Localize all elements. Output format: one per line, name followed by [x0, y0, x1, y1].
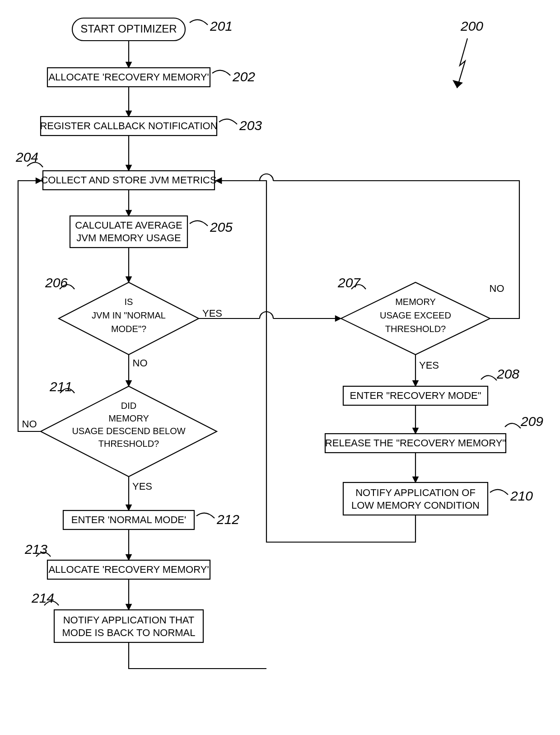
edge-206-yes: YES: [199, 308, 341, 319]
svg-text:MODE"?: MODE"?: [111, 324, 146, 334]
svg-text:REGISTER CALLBACK NOTIFICATION: REGISTER CALLBACK NOTIFICATION: [40, 120, 217, 131]
svg-text:NO: NO: [133, 357, 148, 369]
node-208: ENTER "RECOVERY MODE" 208: [343, 366, 519, 405]
edge-211-no: NO: [18, 181, 42, 431]
node-206-decision: IS JVM IN "NORMAL MODE"? 206: [45, 275, 199, 355]
svg-text:MODE IS BACK TO NORMAL: MODE IS BACK TO NORMAL: [62, 627, 195, 638]
svg-text:207: 207: [337, 275, 361, 290]
edge-207-yes: YES: [415, 355, 439, 386]
svg-text:YES: YES: [132, 481, 152, 492]
svg-text:ALLOCATE 'RECOVERY MEMORY': ALLOCATE 'RECOVERY MEMORY': [48, 71, 209, 83]
svg-text:202: 202: [232, 69, 255, 84]
node-207-decision: MEMORY USAGE EXCEED THRESHOLD? 207: [337, 275, 490, 355]
svg-text:JVM MEMORY USAGE: JVM MEMORY USAGE: [76, 232, 181, 243]
svg-text:THRESHOLD?: THRESHOLD?: [98, 439, 159, 449]
node-203: REGISTER CALLBACK NOTIFICATION 203: [40, 117, 262, 136]
svg-text:200: 200: [460, 19, 483, 33]
svg-text:NOTIFY APPLICATION THAT: NOTIFY APPLICATION THAT: [63, 614, 195, 626]
svg-text:YES: YES: [419, 360, 439, 371]
svg-text:YES: YES: [202, 308, 222, 319]
edge-207-no: NO: [216, 174, 519, 318]
svg-text:JVM IN "NORMAL: JVM IN "NORMAL: [92, 310, 166, 320]
svg-text:START OPTIMIZER: START OPTIMIZER: [80, 23, 177, 35]
svg-text:206: 206: [45, 275, 68, 290]
svg-text:201: 201: [210, 19, 233, 33]
svg-text:204: 204: [15, 150, 38, 164]
node-213: ALLOCATE 'RECOVERY MEMORY' 213: [24, 542, 210, 579]
svg-text:NO: NO: [22, 418, 37, 430]
svg-text:ENTER "RECOVERY MODE": ENTER "RECOVERY MODE": [350, 390, 481, 401]
svg-text:IS: IS: [125, 297, 133, 307]
node-209: RELEASE THE "RECOVERY MEMORY" 209: [325, 414, 544, 453]
svg-text:THRESHOLD?: THRESHOLD?: [385, 324, 446, 334]
svg-text:ALLOCATE 'RECOVERY MEMORY': ALLOCATE 'RECOVERY MEMORY': [48, 564, 209, 575]
node-202: ALLOCATE 'RECOVERY MEMORY' 202: [47, 68, 255, 87]
svg-text:213: 213: [24, 542, 47, 557]
svg-text:NO: NO: [490, 283, 504, 294]
node-211-decision: DID MEMORY USAGE DESCEND BELOW THRESHOLD…: [41, 379, 217, 477]
svg-text:MEMORY: MEMORY: [395, 297, 436, 307]
node-210: NOTIFY APPLICATION OF LOW MEMORY CONDITI…: [343, 482, 533, 515]
svg-text:209: 209: [520, 414, 543, 429]
svg-text:ENTER 'NORMAL MODE': ENTER 'NORMAL MODE': [71, 514, 187, 525]
node-204: COLLECT AND STORE JVM METRICS 204: [15, 150, 217, 190]
svg-text:210: 210: [510, 488, 533, 503]
svg-text:COLLECT AND STORE JVM METRICS: COLLECT AND STORE JVM METRICS: [41, 174, 216, 186]
svg-text:MEMORY: MEMORY: [108, 413, 149, 423]
edge-206-no: NO: [129, 355, 148, 386]
svg-text:203: 203: [239, 118, 262, 133]
svg-text:NOTIFY APPLICATION OF: NOTIFY APPLICATION OF: [355, 487, 476, 498]
svg-text:RELEASE THE "RECOVERY MEMORY": RELEASE THE "RECOVERY MEMORY": [325, 437, 506, 449]
node-201-start: START OPTIMIZER 201: [72, 18, 233, 41]
svg-text:208: 208: [496, 366, 519, 381]
svg-text:211: 211: [49, 379, 72, 394]
svg-text:CALCULATE AVERAGE: CALCULATE AVERAGE: [75, 220, 182, 231]
edge-211-yes: YES: [129, 477, 152, 510]
svg-text:USAGE EXCEED: USAGE EXCEED: [380, 310, 451, 320]
edge-214-loop: [129, 642, 266, 669]
svg-text:USAGE DESCEND BELOW: USAGE DESCEND BELOW: [72, 426, 185, 436]
node-214: NOTIFY APPLICATION THAT MODE IS BACK TO …: [31, 590, 203, 642]
svg-text:DID: DID: [121, 401, 136, 411]
node-212: ENTER 'NORMAL MODE' 212: [63, 510, 239, 529]
figure-ref: 200: [453, 19, 483, 88]
svg-text:205: 205: [210, 220, 233, 234]
node-205: CALCULATE AVERAGE JVM MEMORY USAGE 205: [70, 216, 233, 248]
flowchart: 200 START OPTIMIZER 201 ALLOCATE 'RECOVE…: [0, 0, 560, 735]
svg-text:LOW MEMORY CONDITION: LOW MEMORY CONDITION: [351, 500, 480, 511]
svg-text:212: 212: [216, 512, 239, 527]
svg-text:214: 214: [31, 590, 54, 605]
